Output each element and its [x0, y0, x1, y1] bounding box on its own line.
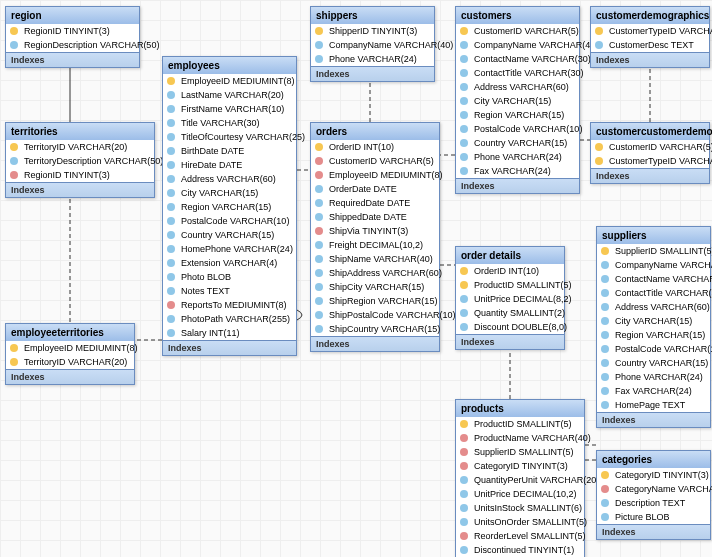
- table-title[interactable]: customerdemographics: [591, 7, 709, 24]
- column-fk[interactable]: RegionID TINYINT(3): [6, 168, 154, 182]
- column-reg[interactable]: Photo BLOB: [163, 270, 296, 284]
- column-reg[interactable]: CompanyName VARCHAR(40): [597, 258, 710, 272]
- column-reg[interactable]: ShipPostalCode VARCHAR(10): [311, 308, 439, 322]
- column-pk[interactable]: ProductID SMALLINT(5): [456, 278, 564, 292]
- column-reg[interactable]: HireDate DATE: [163, 158, 296, 172]
- column-reg[interactable]: Notes TEXT: [163, 284, 296, 298]
- table-suppliers[interactable]: suppliersSupplierID SMALLINT(5)CompanyNa…: [596, 226, 711, 428]
- table-title[interactable]: categories: [597, 451, 710, 468]
- column-reg[interactable]: Country VARCHAR(15): [163, 228, 296, 242]
- column-fk[interactable]: EmployeeID MEDIUMINT(8): [311, 168, 439, 182]
- column-reg[interactable]: Address VARCHAR(60): [597, 300, 710, 314]
- column-reg[interactable]: Description TEXT: [597, 496, 710, 510]
- column-reg[interactable]: CustomerDesc TEXT: [591, 38, 709, 52]
- column-pk[interactable]: SupplierID SMALLINT(5): [597, 244, 710, 258]
- column-fk[interactable]: ProductName VARCHAR(40): [456, 431, 584, 445]
- column-reg[interactable]: Region VARCHAR(15): [163, 200, 296, 214]
- column-pk[interactable]: CategoryID TINYINT(3): [597, 468, 710, 482]
- column-reg[interactable]: ShipName VARCHAR(40): [311, 252, 439, 266]
- column-reg[interactable]: UnitPrice DECIMAL(10,2): [456, 487, 584, 501]
- column-reg[interactable]: Discount DOUBLE(8,0): [456, 320, 564, 334]
- column-fk[interactable]: ShipVia TINYINT(3): [311, 224, 439, 238]
- column-reg[interactable]: Freight DECIMAL(10,2): [311, 238, 439, 252]
- column-reg[interactable]: PostalCode VARCHAR(10): [597, 342, 710, 356]
- column-reg[interactable]: ContactTitle VARCHAR(30): [597, 286, 710, 300]
- indexes-section[interactable]: Indexes: [6, 369, 134, 384]
- column-reg[interactable]: Fax VARCHAR(24): [456, 164, 579, 178]
- column-reg[interactable]: Title VARCHAR(30): [163, 116, 296, 130]
- column-reg[interactable]: City VARCHAR(15): [597, 314, 710, 328]
- column-reg[interactable]: FirstName VARCHAR(10): [163, 102, 296, 116]
- column-reg[interactable]: ShipCountry VARCHAR(15): [311, 322, 439, 336]
- column-reg[interactable]: ContactName VARCHAR(30): [456, 52, 579, 66]
- column-reg[interactable]: HomePhone VARCHAR(24): [163, 242, 296, 256]
- column-reg[interactable]: UnitPrice DECIMAL(8,2): [456, 292, 564, 306]
- table-title[interactable]: suppliers: [597, 227, 710, 244]
- column-reg[interactable]: Country VARCHAR(15): [456, 136, 579, 150]
- table-categories[interactable]: categoriesCategoryID TINYINT(3)CategoryN…: [596, 450, 711, 540]
- column-reg[interactable]: QuantityPerUnit VARCHAR(20): [456, 473, 584, 487]
- table-title[interactable]: orders: [311, 123, 439, 140]
- column-pk[interactable]: TerritoryID VARCHAR(20): [6, 355, 134, 369]
- column-pk[interactable]: OrderID INT(10): [311, 140, 439, 154]
- table-shippers[interactable]: shippersShipperID TINYINT(3)CompanyName …: [310, 6, 435, 82]
- table-employeeterritories[interactable]: employeeterritoriesEmployeeID MEDIUMINT(…: [5, 323, 135, 385]
- column-reg[interactable]: CompanyName VARCHAR(40): [456, 38, 579, 52]
- column-reg[interactable]: Discontinued TINYINT(1): [456, 543, 584, 557]
- column-fk[interactable]: CategoryName VARCHAR(30): [597, 482, 710, 496]
- column-reg[interactable]: TitleOfCourtesy VARCHAR(25): [163, 130, 296, 144]
- table-title[interactable]: order details: [456, 247, 564, 264]
- indexes-section[interactable]: Indexes: [311, 336, 439, 351]
- table-title[interactable]: territories: [6, 123, 154, 140]
- column-reg[interactable]: City VARCHAR(15): [456, 94, 579, 108]
- table-title[interactable]: employees: [163, 57, 296, 74]
- indexes-section[interactable]: Indexes: [597, 524, 710, 539]
- column-reg[interactable]: Salary INT(11): [163, 326, 296, 340]
- column-pk[interactable]: CustomerID VARCHAR(5): [591, 140, 709, 154]
- table-products[interactable]: productsProductID SMALLINT(5)ProductName…: [455, 399, 585, 557]
- column-reg[interactable]: Phone VARCHAR(24): [597, 370, 710, 384]
- column-reg[interactable]: LastName VARCHAR(20): [163, 88, 296, 102]
- indexes-section[interactable]: Indexes: [6, 52, 139, 67]
- table-customers[interactable]: customersCustomerID VARCHAR(5)CompanyNam…: [455, 6, 580, 194]
- column-reg[interactable]: City VARCHAR(15): [163, 186, 296, 200]
- column-reg[interactable]: PostalCode VARCHAR(10): [456, 122, 579, 136]
- column-fk[interactable]: SupplierID SMALLINT(5): [456, 445, 584, 459]
- column-reg[interactable]: Quantity SMALLINT(2): [456, 306, 564, 320]
- column-reg[interactable]: Address VARCHAR(60): [163, 172, 296, 186]
- column-reg[interactable]: BirthDate DATE: [163, 144, 296, 158]
- column-reg[interactable]: Phone VARCHAR(24): [311, 52, 434, 66]
- column-fk[interactable]: CustomerID VARCHAR(5): [311, 154, 439, 168]
- table-customerdemographics[interactable]: customerdemographicsCustomerTypeID VARCH…: [590, 6, 710, 68]
- column-reg[interactable]: ShipAddress VARCHAR(60): [311, 266, 439, 280]
- column-pk[interactable]: ProductID SMALLINT(5): [456, 417, 584, 431]
- column-reg[interactable]: Picture BLOB: [597, 510, 710, 524]
- column-pk[interactable]: EmployeeID MEDIUMINT(8): [6, 341, 134, 355]
- table-customercustomerdemo[interactable]: customercustomerdemoCustomerID VARCHAR(5…: [590, 122, 710, 184]
- column-reg[interactable]: Region VARCHAR(15): [456, 108, 579, 122]
- indexes-section[interactable]: Indexes: [6, 182, 154, 197]
- column-reg[interactable]: Region VARCHAR(15): [597, 328, 710, 342]
- column-reg[interactable]: OrderDate DATE: [311, 182, 439, 196]
- column-reg[interactable]: Phone VARCHAR(24): [456, 150, 579, 164]
- column-reg[interactable]: Extension VARCHAR(4): [163, 256, 296, 270]
- column-reg[interactable]: UnitsOnOrder SMALLINT(5): [456, 515, 584, 529]
- column-reg[interactable]: ShippedDate DATE: [311, 210, 439, 224]
- column-reg[interactable]: ShipRegion VARCHAR(15): [311, 294, 439, 308]
- table-employees[interactable]: employeesEmployeeID MEDIUMINT(8)LastName…: [162, 56, 297, 356]
- column-pk[interactable]: CustomerTypeID VARCHAR(10): [591, 24, 709, 38]
- indexes-section[interactable]: Indexes: [591, 168, 709, 183]
- table-orderdetails[interactable]: order detailsOrderID INT(10)ProductID SM…: [455, 246, 565, 350]
- table-title[interactable]: customercustomerdemo: [591, 123, 709, 140]
- column-reg[interactable]: RequiredDate DATE: [311, 196, 439, 210]
- column-reg[interactable]: CompanyName VARCHAR(40): [311, 38, 434, 52]
- table-title[interactable]: employeeterritories: [6, 324, 134, 341]
- column-reg[interactable]: RegionDescription VARCHAR(50): [6, 38, 139, 52]
- column-reg[interactable]: HomePage TEXT: [597, 398, 710, 412]
- column-reg[interactable]: PhotoPath VARCHAR(255): [163, 312, 296, 326]
- column-fk[interactable]: CategoryID TINYINT(3): [456, 459, 584, 473]
- indexes-section[interactable]: Indexes: [456, 334, 564, 349]
- indexes-section[interactable]: Indexes: [456, 178, 579, 193]
- table-territories[interactable]: territoriesTerritoryID VARCHAR(20)Territ…: [5, 122, 155, 198]
- table-title[interactable]: customers: [456, 7, 579, 24]
